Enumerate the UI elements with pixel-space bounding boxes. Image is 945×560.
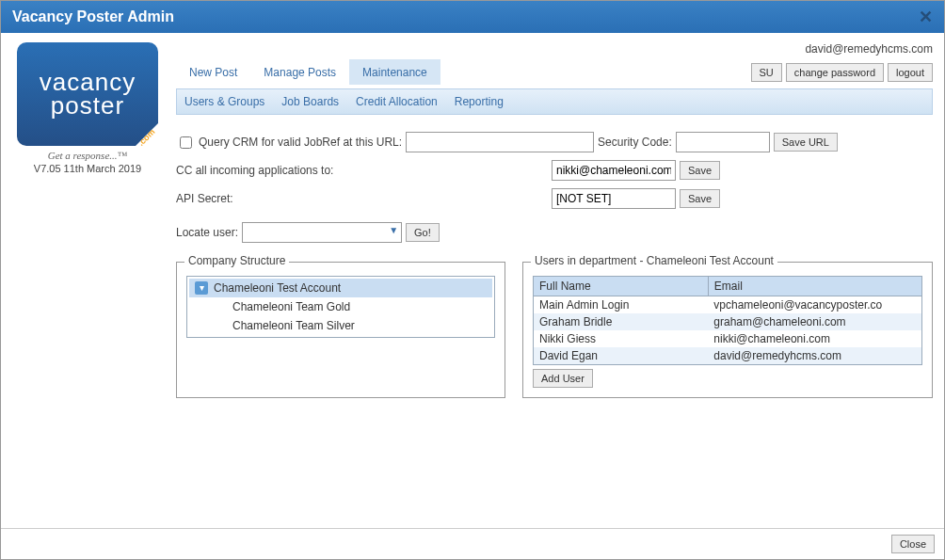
cc-save-button[interactable]: Save	[680, 161, 720, 180]
tree-item-label: Chameleoni Test Account	[214, 281, 341, 295]
cell-email: nikki@chameleoni.com	[708, 330, 921, 347]
tab-maintenance[interactable]: Maintenance	[349, 59, 440, 85]
main-panel: david@remedyhcms.com New Post Manage Pos…	[163, 42, 933, 528]
subtab-reporting[interactable]: Reporting	[455, 95, 504, 108]
admin-window: Vacancy Poster Admin ✕ vacancy poster .c…	[0, 0, 945, 560]
cell-email: vpchameleoni@vacancyposter.co	[708, 296, 921, 314]
body-area: vacancy poster .com Get a response...™ V…	[1, 33, 944, 528]
window-title: Vacancy Poster Admin	[12, 8, 174, 25]
locate-user-label: Locate user:	[176, 226, 238, 239]
tree-item-root[interactable]: ▾ Chameleoni Test Account	[189, 279, 492, 297]
cell-email: david@remedyhcms.com	[708, 347, 921, 365]
cc-input[interactable]	[552, 160, 676, 181]
close-icon[interactable]: ✕	[919, 7, 933, 27]
chevron-down-icon[interactable]: ▼	[389, 225, 398, 235]
panels: Company Structure ▾ Chameleoni Test Acco…	[176, 250, 933, 398]
sub-tabs: Users & Groups Job Boards Credit Allocat…	[176, 88, 933, 115]
company-tree: ▾ Chameleoni Test Account Chameleoni Tea…	[186, 276, 495, 338]
table-row[interactable]: Graham Bridle graham@chameleoni.com	[534, 313, 922, 330]
users-panel-legend: Users in department - Chameleoni Test Ac…	[531, 254, 777, 267]
company-structure-legend: Company Structure	[184, 254, 289, 267]
go-button[interactable]: Go!	[406, 223, 440, 242]
cc-label: CC all incoming applications to:	[176, 164, 548, 177]
logo-line2: poster	[51, 91, 124, 120]
sidebar: vacancy poster .com Get a response...™ V…	[12, 42, 163, 528]
col-email[interactable]: Email	[708, 277, 921, 296]
tree-item-label: Chameleoni Team Gold	[232, 300, 350, 313]
subtab-job-boards[interactable]: Job Boards	[281, 95, 339, 108]
locate-user-input[interactable]	[242, 222, 402, 243]
add-user-button[interactable]: Add User	[533, 369, 593, 388]
user-email: david@remedyhcms.com	[176, 42, 933, 56]
tab-new-post[interactable]: New Post	[176, 59, 250, 85]
query-crm-checkbox[interactable]	[180, 136, 192, 149]
save-url-button[interactable]: Save URL	[774, 133, 838, 152]
query-crm-url-input[interactable]	[406, 132, 594, 152]
locate-user-row: Locate user: ▼ Go!	[176, 222, 933, 243]
query-crm-label: Query CRM for valid JobRef at this URL:	[199, 136, 402, 149]
main-tabs: New Post Manage Posts Maintenance	[176, 59, 440, 85]
query-crm-row: Query CRM for valid JobRef at this URL: …	[176, 132, 933, 152]
cell-name: David Egan	[534, 347, 709, 365]
tree-item[interactable]: Chameleoni Team Gold	[189, 297, 492, 316]
api-secret-input[interactable]	[552, 188, 676, 209]
table-row[interactable]: Nikki Giess nikki@chameleoni.com	[534, 330, 922, 347]
api-secret-save-button[interactable]: Save	[680, 189, 720, 208]
tree-item-label: Chameleoni Team Silver	[232, 319, 355, 332]
su-button[interactable]: SU	[751, 63, 782, 82]
table-row[interactable]: Main Admin Login vpchameleoni@vacancypos…	[534, 296, 922, 314]
form-area: Query CRM for valid JobRef at this URL: …	[176, 132, 933, 398]
tagline: Get a response...™	[12, 150, 163, 161]
company-structure-panel: Company Structure ▾ Chameleoni Test Acco…	[176, 262, 505, 398]
tree-item[interactable]: Chameleoni Team Silver	[189, 316, 492, 335]
api-secret-row: API Secret: Save	[176, 188, 933, 209]
footer: Close	[1, 528, 944, 559]
subtab-users-groups[interactable]: Users & Groups	[184, 95, 264, 108]
table-row[interactable]: David Egan david@remedyhcms.com	[534, 347, 922, 365]
cc-row: CC all incoming applications to: Save	[176, 160, 933, 181]
change-password-button[interactable]: change password	[786, 63, 884, 82]
cell-name: Nikki Giess	[534, 330, 709, 347]
col-full-name[interactable]: Full Name	[534, 277, 709, 296]
logout-button[interactable]: logout	[888, 63, 933, 82]
logo: vacancy poster .com	[17, 42, 158, 146]
users-panel: Users in department - Chameleoni Test Ac…	[522, 262, 933, 398]
tab-manage-posts[interactable]: Manage Posts	[250, 59, 349, 85]
subtab-credit-allocation[interactable]: Credit Allocation	[356, 95, 438, 108]
collapse-icon[interactable]: ▾	[195, 281, 208, 295]
header-buttons: SU change password logout	[751, 63, 934, 82]
security-code-input[interactable]	[676, 132, 770, 152]
cell-email: graham@chameleoni.com	[708, 313, 921, 330]
top-row: New Post Manage Posts Maintenance SU cha…	[176, 59, 933, 85]
users-table: Full Name Email Main Admin Login vpchame…	[533, 276, 922, 365]
cell-name: Main Admin Login	[534, 296, 709, 314]
titlebar: Vacancy Poster Admin ✕	[1, 1, 944, 33]
security-code-label: Security Code:	[598, 136, 672, 149]
close-button[interactable]: Close	[891, 535, 935, 553]
api-secret-label: API Secret:	[176, 192, 548, 205]
cell-name: Graham Bridle	[534, 313, 709, 330]
version-label: V7.05 11th March 2019	[12, 163, 163, 174]
